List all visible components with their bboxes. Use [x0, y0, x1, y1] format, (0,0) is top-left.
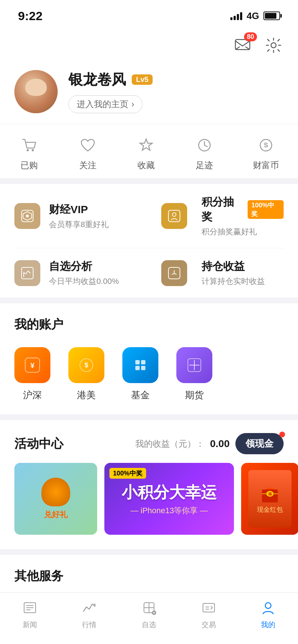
tab-watchlist-label: 自选 [142, 620, 156, 630]
service-second-row[interactable]: 自选分析 今日平均收益0.00% 持仓收益 计算持仓实时收益 [14, 248, 284, 298]
finance-vip-info: 财经VIP 会员尊享8重好礼 [49, 202, 154, 230]
activity-title: 活动中心 [14, 436, 63, 452]
profile-name: 银龙卷风 [68, 70, 126, 89]
settings-button[interactable] [263, 35, 284, 55]
svg-point-1 [271, 43, 276, 48]
tab-news[interactable]: 新闻 [5, 598, 55, 630]
tab-market[interactable]: 行情 [64, 598, 114, 630]
points-lottery-info: 积分抽奖 100%中奖 积分抽奖赢好礼 [196, 195, 284, 237]
tab-news-label: 新闻 [23, 620, 37, 630]
message-button[interactable]: 80 [232, 35, 253, 55]
svg-rect-11 [22, 267, 33, 279]
cash-button[interactable]: 领现金 [235, 433, 284, 454]
divider-2 [0, 298, 298, 303]
status-icons: 4G [230, 10, 280, 22]
points-icon [161, 203, 187, 229]
accounts-grid: ¥ 沪深 $ 港美 基金 [0, 340, 298, 414]
nav-wealth[interactable]: S 财富币 [253, 135, 279, 171]
svg-rect-21 [141, 366, 145, 370]
account-futures[interactable]: 期货 [176, 347, 212, 401]
my-accounts-title: 我的账户 [0, 303, 298, 340]
profit-info: 持仓收益 计算持仓实时收益 [196, 259, 284, 287]
tab-market-label: 行情 [82, 620, 96, 630]
svg-rect-20 [135, 366, 140, 370]
profit-sub: 计算持仓实时收益 [202, 276, 284, 287]
network-type: 4G [247, 10, 259, 22]
analysis-icon [14, 260, 40, 286]
status-bar: 9:22 4G [0, 0, 298, 32]
analysis-title: 自选分析 [49, 259, 154, 274]
bottom-tab-bar: 新闻 行情 自选 [0, 592, 298, 644]
nav-footprint-label: 足迹 [196, 160, 213, 171]
nav-footprint[interactable]: 足迹 [194, 135, 215, 171]
banner2-badge: 100%中奖 [109, 468, 146, 479]
hk-us-label: 港美 [77, 389, 96, 401]
profile-section: 银龙卷风 Lv5 进入我的主页 › [0, 63, 298, 124]
activity-header: 活动中心 我的收益（元）： 0.00 领现金 [0, 420, 298, 463]
nav-purchased[interactable]: 已购 [19, 135, 39, 171]
service-grid: 财经VIP 会员尊享8重好礼 积分抽奖 100%中奖 积分抽奖赢好礼 [0, 184, 298, 298]
svg-text:福: 福 [268, 492, 272, 496]
profile-homepage-link[interactable]: 进入我的主页 › [68, 95, 143, 113]
analysis-info: 自选分析 今日平均收益0.00% [49, 259, 154, 287]
points-lottery-title: 积分抽奖 100%中奖 [202, 195, 284, 224]
nav-following[interactable]: 关注 [78, 135, 98, 171]
svg-text:¥: ¥ [30, 362, 35, 369]
pot-icon [41, 478, 70, 506]
svg-point-8 [26, 215, 29, 217]
futures-label: 期货 [185, 389, 204, 401]
svg-rect-41 [203, 603, 215, 612]
earn-amount: 0.00 [210, 438, 230, 450]
service-points-lottery[interactable]: 积分抽奖 100%中奖 积分抽奖赢好礼 [154, 195, 284, 237]
heart-icon [78, 135, 98, 155]
service-finance-vip[interactable]: 财经VIP 会员尊享8重好礼 积分抽奖 100%中奖 积分抽奖赢好礼 [14, 184, 284, 248]
service-position-profit[interactable]: 持仓收益 计算持仓实时收益 [154, 259, 284, 287]
watchlist-icon [140, 598, 158, 617]
coin-icon: S [256, 135, 276, 155]
message-badge: 80 [244, 32, 257, 41]
nav-following-label: 关注 [79, 160, 96, 171]
tab-trade-label: 交易 [202, 620, 216, 630]
cart-icon [19, 135, 39, 155]
profit-title: 持仓收益 [202, 259, 284, 274]
points-lottery-sub: 积分抽奖赢好礼 [202, 226, 284, 237]
level-badge: Lv5 [132, 74, 153, 85]
mine-icon [259, 598, 277, 617]
tab-trade[interactable]: 交易 [184, 598, 234, 630]
account-hk-us[interactable]: $ 港美 [68, 347, 104, 401]
svg-rect-19 [141, 360, 145, 364]
avatar[interactable] [14, 70, 58, 113]
signal-icon [230, 12, 242, 20]
nav-wealth-label: 财富币 [253, 160, 279, 171]
banner-gifts[interactable]: 兑好礼 [14, 463, 97, 535]
divider-1 [0, 178, 298, 184]
nav-favorites-label: 收藏 [137, 160, 155, 171]
account-fund[interactable]: 基金 [122, 347, 158, 401]
divider-3 [0, 414, 298, 420]
svg-rect-18 [135, 360, 140, 364]
fund-icon [122, 347, 158, 383]
cash-button-dot [279, 432, 285, 437]
shanghai-label: 沪深 [23, 389, 42, 401]
finance-vip-sub: 会员尊享8重好礼 [49, 219, 154, 230]
hundred-percent-badge: 100%中奖 [248, 200, 284, 219]
svg-point-10 [172, 213, 176, 216]
nav-favorites[interactable]: 收藏 [136, 135, 156, 171]
market-icon [80, 598, 99, 617]
banner-red-packet[interactable]: 福 现金红包 [241, 463, 298, 535]
profile-name-row: 银龙卷风 Lv5 [68, 70, 284, 89]
trade-icon [199, 598, 218, 617]
banner-lottery[interactable]: 100%中奖 小积分大幸运 — iPhone13等你享 — [104, 463, 234, 535]
finance-vip-icon [14, 203, 40, 229]
banner-row: 兑好礼 100%中奖 小积分大幸运 — iPhone13等你享 — 福 现金红包 [0, 463, 298, 549]
account-shanghai[interactable]: ¥ 沪深 [14, 347, 50, 401]
my-accounts-section: 我的账户 ¥ 沪深 $ 港美 [0, 303, 298, 414]
hk-us-icon: $ [68, 347, 104, 383]
tab-mine[interactable]: 我的 [243, 598, 293, 630]
svg-point-3 [32, 149, 34, 151]
other-services-title: 其他服务 [0, 555, 298, 592]
svg-text:S: S [264, 142, 268, 149]
tab-watchlist[interactable]: 自选 [124, 598, 174, 630]
earn-label: 我的收益（元）： [135, 438, 204, 450]
finance-vip-title: 财经VIP [49, 202, 154, 217]
